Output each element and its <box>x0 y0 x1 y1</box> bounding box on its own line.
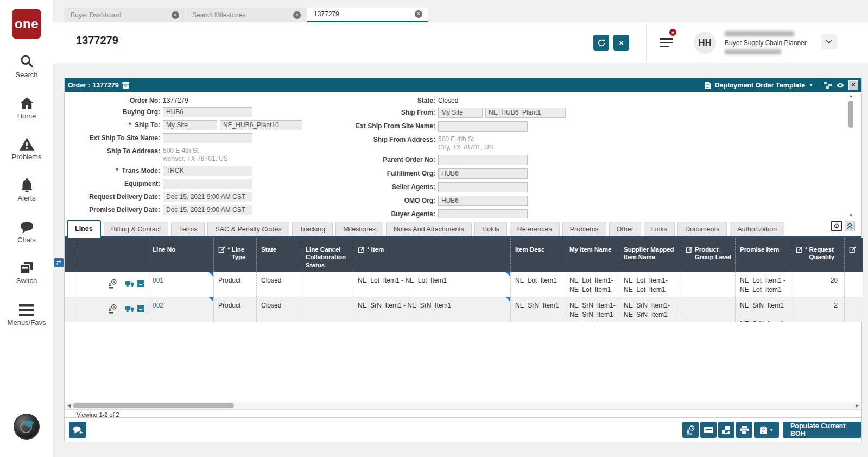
hscroll-thumb[interactable] <box>73 403 234 408</box>
calendar-icon[interactable] <box>137 280 144 287</box>
template-selector[interactable]: Deployment Order Template <box>715 82 805 89</box>
assistant-avatar-icon[interactable] <box>14 414 40 440</box>
column-header-promise_item[interactable]: Promise Item <box>735 238 791 272</box>
grid-settings-icon[interactable]: ⚙ <box>831 221 842 231</box>
panel-tab-sac-penalty-codes[interactable]: SAC & Penalty Codes <box>207 222 289 236</box>
horizontal-scrollbar[interactable]: ◀ ▶ <box>65 402 861 410</box>
table-row[interactable]: 002ProductClosedNE_SrN_Item1 - NE_SrN_It… <box>65 297 863 322</box>
close-page-button[interactable]: × <box>613 35 629 51</box>
workspace-tab[interactable]: Buyer Dashboard× <box>64 8 185 22</box>
field-input[interactable] <box>438 155 528 165</box>
field-input[interactable] <box>438 209 528 218</box>
column-header-request_quantity[interactable]: *Request Quantity <box>791 238 844 272</box>
field-input[interactable]: HUB6 <box>163 107 252 117</box>
column-header-icons[interactable] <box>77 238 148 272</box>
field-input[interactable]: NE_HUB6_Plant1 <box>485 108 566 118</box>
template-caret-icon[interactable]: ▼ <box>809 83 813 87</box>
calendar-icon[interactable] <box>122 82 129 89</box>
user-menu-button[interactable] <box>821 34 837 49</box>
panel-tab-references[interactable]: References <box>510 222 560 236</box>
sidebar-item-search[interactable]: Search <box>0 54 53 79</box>
user-avatar[interactable]: HH <box>694 32 716 54</box>
column-header-blank[interactable] <box>65 238 77 272</box>
panel-tab-authorization[interactable]: Authorization <box>730 222 784 236</box>
workspace-tab[interactable]: Search Milestones× <box>186 8 306 22</box>
collapse-panel-button[interactable] <box>845 221 855 231</box>
column-header-item_desc[interactable]: Item Desc <box>510 238 565 272</box>
tab-close-icon[interactable]: × <box>293 11 301 19</box>
one-logo[interactable]: one <box>12 9 41 39</box>
line-no-link[interactable]: 001 <box>153 277 163 284</box>
sidebar-item-home[interactable]: Home <box>0 96 53 120</box>
sidebar-item-menus[interactable]: Menus/Favs <box>0 302 53 327</box>
scroll-right-icon[interactable]: ▶ <box>854 402 860 409</box>
field-input[interactable]: Dec 15, 2021 9:00 AM CST <box>163 192 252 202</box>
export-button[interactable] <box>718 422 734 438</box>
column-header-supplier_mapped_item_name[interactable]: Supplier Mapped Item Name <box>619 238 681 272</box>
panel-tab-milestones[interactable]: Milestones <box>335 222 383 236</box>
calendar-icon[interactable] <box>137 305 144 312</box>
card-button[interactable] <box>700 422 717 438</box>
scroll-up-icon[interactable]: ▲ <box>847 93 854 99</box>
field-input[interactable] <box>438 182 528 192</box>
column-header-line_no[interactable]: Line No <box>148 238 213 272</box>
milestones-button[interactable] <box>682 422 699 438</box>
tab-close-icon[interactable]: × <box>415 10 422 18</box>
field-input[interactable]: HUB6 <box>438 196 528 206</box>
field-input[interactable]: TRCK <box>163 166 252 176</box>
truck-icon[interactable] <box>125 280 135 287</box>
form-vertical-scrollbar[interactable]: ▲ ▼ <box>847 93 854 218</box>
scroll-thumb[interactable] <box>848 101 853 128</box>
tab-close-icon[interactable]: × <box>172 11 179 19</box>
chat-button[interactable] <box>69 422 86 438</box>
milestone-icon[interactable] <box>109 279 117 289</box>
report-dropdown-button[interactable]: ▼ <box>754 422 779 438</box>
refresh-button[interactable] <box>593 35 609 51</box>
panel-tab-notes-and-attachments[interactable]: Notes And Attachments <box>386 222 472 236</box>
panel-tab-tracking[interactable]: Tracking <box>292 222 333 236</box>
notifications-menu-icon[interactable] <box>660 38 673 49</box>
hierarchy-icon[interactable] <box>824 82 832 89</box>
column-header-product_group_level[interactable]: Product Group Level <box>681 238 735 272</box>
print-button[interactable] <box>736 422 752 438</box>
panel-tab-documents[interactable]: Documents <box>677 222 727 236</box>
field-input[interactable] <box>163 133 252 143</box>
field-input[interactable] <box>438 121 528 132</box>
field-input[interactable]: My Site <box>438 108 483 118</box>
sidebar-item-problems[interactable]: Problems <box>0 136 53 161</box>
truck-icon[interactable] <box>125 305 135 312</box>
line-no-link[interactable]: 002 <box>153 302 163 309</box>
sidebar-item-switch[interactable]: ⇄Switch <box>0 260 53 285</box>
sidebar-item-label: Switch <box>16 277 37 285</box>
populate-current-boh-button[interactable]: Populate Current BOH <box>783 422 861 438</box>
eye-icon[interactable] <box>836 83 845 88</box>
column-header-extra[interactable] <box>844 238 863 272</box>
field-input[interactable]: Dec 15, 2021 9:00 AM CST <box>163 205 252 215</box>
scroll-down-icon[interactable]: ▼ <box>847 212 854 218</box>
field-input[interactable] <box>163 179 252 189</box>
column-header-item[interactable]: *Item <box>353 238 510 272</box>
field-input[interactable]: NE_HUB6_Plant10 <box>220 120 302 130</box>
template-doc-icon <box>705 82 711 89</box>
table-row[interactable]: 001ProductClosedNE_Lot_Item1 - NE_Lot_It… <box>65 272 863 297</box>
sidebar-item-alerts[interactable]: Alerts <box>0 178 53 202</box>
form-row: Fulfillment Org:HUB6 <box>339 168 675 179</box>
field-input[interactable]: My Site <box>163 120 217 130</box>
panel-tab-billing-contact[interactable]: Billing & Contact <box>104 222 169 236</box>
panel-tab-holds[interactable]: Holds <box>474 222 507 236</box>
panel-tab-terms[interactable]: Terms <box>171 222 205 236</box>
panel-tab-links[interactable]: Links <box>644 222 675 236</box>
panel-close-button[interactable]: × <box>848 80 858 90</box>
panel-tab-lines[interactable]: Lines <box>67 220 101 238</box>
panel-tab-other[interactable]: Other <box>609 222 641 236</box>
field-input[interactable]: HUB6 <box>438 168 528 179</box>
column-header-cancel_status[interactable]: Line Cancel Collaboration Status <box>301 238 353 272</box>
column-header-my_item_name[interactable]: My Item Name <box>565 238 619 272</box>
column-header-state[interactable]: State <box>256 238 301 272</box>
panel-tab-problems[interactable]: Problems <box>562 222 606 236</box>
sidebar-item-chats[interactable]: Chats <box>0 220 53 244</box>
scroll-left-icon[interactable]: ◀ <box>66 402 72 409</box>
column-header-line_type[interactable]: *Line Type <box>213 238 256 272</box>
workspace-tab[interactable]: 1377279× <box>307 8 428 22</box>
milestone-icon[interactable] <box>109 304 117 314</box>
